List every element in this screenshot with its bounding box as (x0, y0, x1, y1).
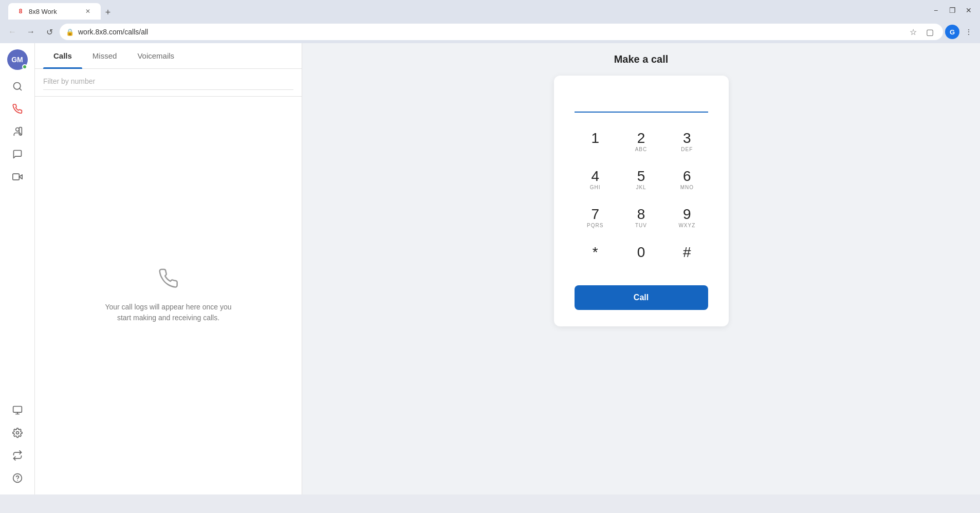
key-5-letters: JKL (636, 185, 646, 191)
key-7-letters: PQRS (587, 223, 603, 229)
back-button[interactable]: ← (4, 24, 21, 40)
key-1-num: 1 (591, 131, 599, 145)
sidebar-item-meetings[interactable] (7, 167, 28, 187)
main-content: Calls Missed Voicemails Your call logs w… (35, 43, 980, 494)
dialpad-key-star[interactable]: * (575, 239, 616, 273)
dialpad-key-hash[interactable]: # (666, 239, 708, 273)
minimize-button[interactable]: − (929, 3, 943, 17)
tab-close-button[interactable]: ✕ (83, 7, 93, 16)
svg-line-1 (19, 88, 21, 90)
menu-button[interactable]: ⋮ (961, 25, 976, 39)
filter-underline (43, 89, 293, 90)
title-bar: 8 8x8 Work ✕ + − ❐ ✕ (0, 0, 980, 21)
dialpad-display (575, 92, 708, 107)
key-9-letters: WXYZ (678, 223, 695, 229)
tab-title: 8x8 Work (29, 8, 57, 15)
key-5-num: 5 (637, 169, 645, 184)
key-4-letters: GHI (590, 185, 601, 191)
dialpad-key-6[interactable]: 6 MNO (666, 163, 708, 197)
empty-line1: Your call logs will appear here once you (105, 303, 231, 311)
dialpad-key-7[interactable]: 7 PQRS (575, 201, 616, 235)
key-6-letters: MNO (680, 185, 694, 191)
svg-rect-6 (13, 407, 22, 413)
dialpad-panel: Make a call 1 2 ABC (302, 43, 980, 494)
tab-favicon: 8 (16, 7, 25, 15)
address-bar-row: ← → ↺ 🔒 work.8x8.com/calls/all ☆ ▢ G ⋮ (0, 21, 980, 43)
dialpad-key-0[interactable]: 0 (620, 239, 662, 273)
tab-calls[interactable]: Calls (43, 43, 82, 68)
calls-panel: Calls Missed Voicemails Your call logs w… (35, 43, 302, 494)
calls-tabs: Calls Missed Voicemails (35, 43, 302, 69)
dialpad-key-4[interactable]: 4 GHI (575, 163, 616, 197)
sidebar-bottom (7, 400, 28, 488)
dialpad-key-9[interactable]: 9 WXYZ (666, 201, 708, 235)
dialpad-card: 1 2 ABC 3 DEF 4 GHI (554, 76, 729, 326)
key-3-num: 3 (683, 131, 691, 145)
toolbar-right: G ⋮ (945, 25, 976, 39)
extensions-button[interactable]: ▢ (922, 25, 937, 39)
call-button[interactable]: Call (575, 285, 708, 310)
empty-line2: start making and receiving calls. (117, 314, 219, 322)
svg-point-9 (16, 432, 19, 434)
key-7-num: 7 (591, 207, 599, 222)
forward-button[interactable]: → (23, 24, 39, 40)
calls-filter (35, 69, 302, 97)
key-star-num: * (593, 245, 598, 260)
filter-input[interactable] (43, 75, 293, 87)
key-6-num: 6 (683, 169, 691, 184)
app-container: GM (0, 43, 980, 494)
active-tab[interactable]: 8 8x8 Work ✕ (8, 3, 101, 20)
key-4-num: 4 (591, 169, 599, 184)
dialpad-key-2[interactable]: 2 ABC (620, 125, 662, 159)
tab-bar: 8 8x8 Work ✕ + (4, 1, 119, 20)
sidebar-item-search[interactable] (7, 76, 28, 97)
key-3-letters: DEF (681, 146, 693, 153)
address-text: work.8x8.com/calls/all (78, 28, 902, 36)
dialpad-key-5[interactable]: 5 JKL (620, 163, 662, 197)
svg-rect-5 (12, 174, 19, 180)
dialpad-key-8[interactable]: 8 TUV (620, 201, 662, 235)
address-actions: ☆ ▢ (906, 25, 937, 39)
key-2-num: 2 (637, 131, 645, 145)
address-secure-icon: 🔒 (66, 28, 74, 36)
dialpad-grid: 1 2 ABC 3 DEF 4 GHI (575, 125, 708, 273)
sidebar-item-help[interactable] (7, 468, 28, 488)
svg-point-2 (15, 128, 19, 132)
sidebar: GM (0, 43, 35, 494)
window-controls: − ❐ ✕ (929, 3, 976, 17)
online-status-dot (22, 64, 27, 69)
bookmark-button[interactable]: ☆ (906, 25, 920, 39)
address-bar[interactable]: 🔒 work.8x8.com/calls/all ☆ ▢ (60, 24, 943, 40)
tab-voicemails[interactable]: Voicemails (127, 43, 184, 68)
browser-chrome: 8 8x8 Work ✕ + − ❐ ✕ ← → ↺ 🔒 work.8x8.co… (0, 0, 980, 43)
svg-marker-4 (19, 175, 22, 179)
calls-empty-icon (158, 268, 179, 294)
refresh-button[interactable]: ↺ (41, 24, 58, 40)
sidebar-item-transfer[interactable] (7, 445, 28, 466)
profile-button[interactable]: G (945, 25, 959, 39)
new-tab-button[interactable]: + (101, 5, 115, 20)
key-8-letters: TUV (635, 223, 647, 229)
key-9-num: 9 (683, 207, 691, 222)
sidebar-item-calls[interactable] (7, 99, 28, 119)
tab-missed[interactable]: Missed (82, 43, 127, 68)
key-hash-num: # (683, 245, 691, 260)
make-call-title: Make a call (312, 53, 970, 65)
dialpad-key-1[interactable]: 1 (575, 125, 616, 159)
sidebar-item-computer[interactable] (7, 400, 28, 420)
sidebar-item-contacts[interactable] (7, 121, 28, 142)
key-2-letters: ABC (635, 146, 648, 153)
calls-empty-text: Your call logs will appear here once you… (105, 302, 231, 323)
dialpad-key-3[interactable]: 3 DEF (666, 125, 708, 159)
avatar[interactable]: GM (7, 49, 28, 70)
sidebar-item-messages[interactable] (7, 144, 28, 164)
calls-empty-state: Your call logs will appear here once you… (35, 97, 302, 494)
close-button[interactable]: ✕ (961, 3, 976, 17)
sidebar-item-settings[interactable] (7, 423, 28, 443)
key-8-num: 8 (637, 207, 645, 222)
key-0-num: 0 (637, 245, 645, 260)
dialpad-input-area[interactable] (575, 92, 708, 113)
restore-button[interactable]: ❐ (945, 3, 959, 17)
avatar-initials: GM (11, 56, 23, 64)
